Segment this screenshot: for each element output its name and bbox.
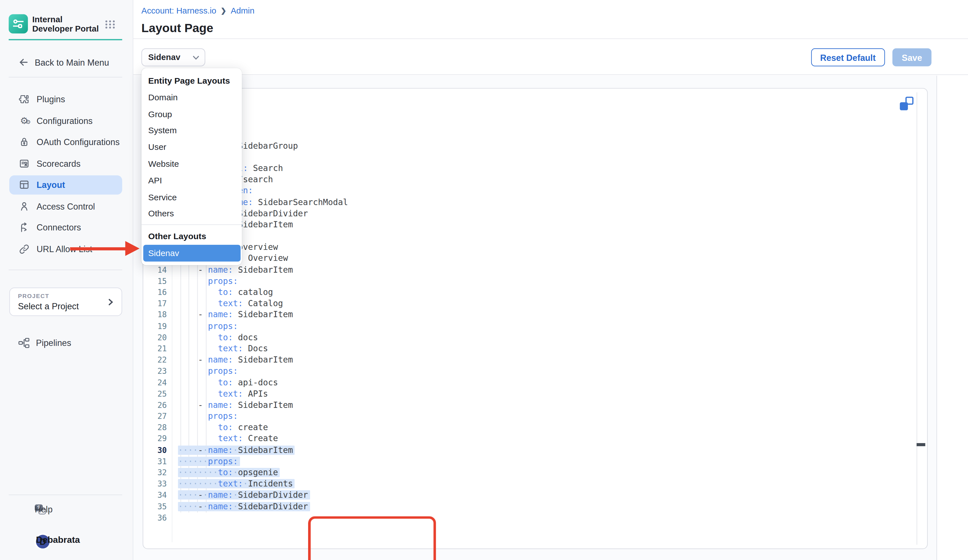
line-number: 28 <box>143 423 167 432</box>
dropdown-option-service[interactable]: Service <box>141 189 242 206</box>
code-line: 20 to: docs <box>143 332 915 343</box>
code-line: 12 to: overview <box>143 241 915 253</box>
breadcrumb-account[interactable]: Account: Harness.io <box>141 6 217 15</box>
breadcrumb: Account: Harness.io ❯ Admin <box>141 6 255 15</box>
code-line: 19 props: <box>143 320 915 332</box>
code-line: 13 text: Overview <box>143 253 915 264</box>
code-line: 23 props: <box>143 365 915 377</box>
sidebar-item-access-control[interactable]: Access Control <box>0 195 133 217</box>
app-title: Internal Developer Portal <box>32 15 101 33</box>
back-to-main-menu-label: Back to Main Menu <box>35 58 109 68</box>
code-line: 4 props: <box>143 151 915 162</box>
connectors-icon <box>18 222 30 233</box>
brand-divider <box>9 39 122 40</box>
user-menu[interactable]: D Debabrata <box>0 532 133 548</box>
breadcrumb-admin[interactable]: Admin <box>230 6 254 15</box>
sidebar-item-label: Plugins <box>36 94 65 104</box>
line-number: 23 <box>143 367 167 376</box>
sidebar-item-label: Configurations <box>36 116 93 126</box>
sidebar-item-oauth-configurations[interactable]: OAuth Configurations <box>0 131 133 153</box>
code-line: 24 to: api-docs <box>143 377 915 388</box>
save-button[interactable]: Save <box>892 48 932 66</box>
plugins-icon <box>18 94 30 105</box>
app-root: Internal Developer Portal Back to Main M… <box>0 0 968 560</box>
sidebar-item-scorecards[interactable]: Scorecards <box>0 153 133 174</box>
code-line: 5 label: Search <box>143 162 915 174</box>
code-line: 31······props: <box>143 456 915 467</box>
line-number: 18 <box>143 310 167 319</box>
sidebar-item-connectors[interactable]: Connectors <box>0 217 133 238</box>
sidebar-item-label: URL Allow List <box>36 244 92 254</box>
content-area: 1page:2 children:3 - name: SidebarGroup4… <box>133 76 937 560</box>
project-eyebrow: PROJECT <box>18 292 49 299</box>
layout-icon <box>18 179 30 190</box>
idp-logo <box>9 14 28 33</box>
code-line: 32········to:·opsgenie <box>143 467 915 478</box>
code-line: 35····-·name:·SidebarDivider <box>143 501 915 512</box>
code-line: 3 - name: SidebarGroup <box>143 140 915 151</box>
dropdown-divider <box>141 225 242 225</box>
sidebar-item-help[interactable]: ? Help <box>0 503 133 517</box>
line-number: 19 <box>143 321 167 331</box>
arrow-left-icon <box>18 57 28 67</box>
dropdown-option-website[interactable]: Website <box>141 156 242 172</box>
code-line: 21 text: Docs <box>143 343 915 354</box>
code-line: 25 text: APIs <box>143 388 915 399</box>
line-number: 36 <box>143 513 167 522</box>
pipelines-label: Pipelines <box>36 338 71 348</box>
layout-yaml-editor-panel[interactable]: 1page:2 children:3 - name: SidebarGroup4… <box>143 88 928 549</box>
url-allow-list-link-icon <box>18 243 30 254</box>
dropdown-option-group[interactable]: Group <box>141 106 242 122</box>
layout-type-select[interactable]: Sidenav <box>141 48 206 66</box>
sidebar-item-url-allow-list[interactable]: URL Allow List <box>0 238 133 260</box>
line-number: 14 <box>143 265 167 274</box>
code-line: 10 - name: SidebarItem <box>143 219 915 230</box>
line-number: 24 <box>143 378 167 387</box>
code-line: 22 - name: SidebarItem <box>143 354 915 365</box>
idp-logo-glyph <box>12 18 24 30</box>
code-line: 16 to: catalog <box>143 286 915 298</box>
dropdown-option-system[interactable]: System <box>141 122 242 139</box>
dropdown-option-domain[interactable]: Domain <box>141 89 242 106</box>
sidebar-item-plugins[interactable]: Plugins <box>0 89 133 110</box>
yaml-code-editor[interactable]: 1page:2 children:3 - name: SidebarGroup4… <box>143 117 915 523</box>
sidebar-nav: Plugins⚙⚙ConfigurationsOAuth Configurati… <box>0 89 133 260</box>
divider <box>9 269 122 270</box>
help-label: Help <box>35 504 52 514</box>
sidebar-item-label: Access Control <box>36 201 95 211</box>
copy-button[interactable] <box>900 97 913 110</box>
line-number: 27 <box>143 411 167 421</box>
dropdown-option-others[interactable]: Others <box>141 205 242 222</box>
dropdown-option-user[interactable]: User <box>141 139 242 156</box>
line-number: 17 <box>143 299 167 308</box>
layout-type-select-value: Sidenav <box>148 53 181 62</box>
app-grid-icon[interactable] <box>105 21 115 29</box>
chevron-right-icon <box>108 298 114 306</box>
project-selector[interactable]: PROJECT Select a Project <box>9 287 122 316</box>
line-number: 33 <box>143 479 167 489</box>
line-number: 30 <box>143 445 167 455</box>
back-to-main-menu[interactable]: Back to Main Menu <box>0 56 133 69</box>
code-line: 9 - name: SidebarDivider <box>143 208 915 219</box>
dropdown-option-api[interactable]: API <box>141 172 242 189</box>
line-number: 20 <box>143 333 167 342</box>
oauth-lock-icon <box>18 137 30 148</box>
sidebar-item-layout[interactable]: Layout <box>0 174 133 195</box>
sidebar-item-label: Layout <box>36 180 65 190</box>
line-number: 32 <box>143 468 167 477</box>
line-number: 21 <box>143 344 167 353</box>
sidebar-item-configurations[interactable]: ⚙⚙Configurations <box>0 110 133 132</box>
layout-select-dropdown: Entity Page LayoutsDomainGroupSystemUser… <box>141 68 242 265</box>
sidebar-item-label: Scorecards <box>36 159 81 168</box>
page-header: Account: Harness.io ❯ Admin Layout Page <box>133 0 968 39</box>
code-line: 2 children: <box>143 129 915 140</box>
configurations-icon: ⚙⚙ <box>18 115 30 127</box>
reset-default-button[interactable]: Reset Default <box>811 48 885 66</box>
dropdown-option-sidenav[interactable]: Sidenav <box>143 245 240 262</box>
main-area: Account: Harness.io ❯ Admin Layout Page … <box>133 0 968 560</box>
code-line: 34····-·name:·SidebarDivider <box>143 490 915 501</box>
sidebar-item-pipelines[interactable]: Pipelines <box>0 337 133 350</box>
scrollbar-track[interactable] <box>917 93 917 545</box>
dropdown-section-title: Entity Page Layouts <box>141 73 242 89</box>
code-line: 29 text: Create <box>143 433 915 444</box>
